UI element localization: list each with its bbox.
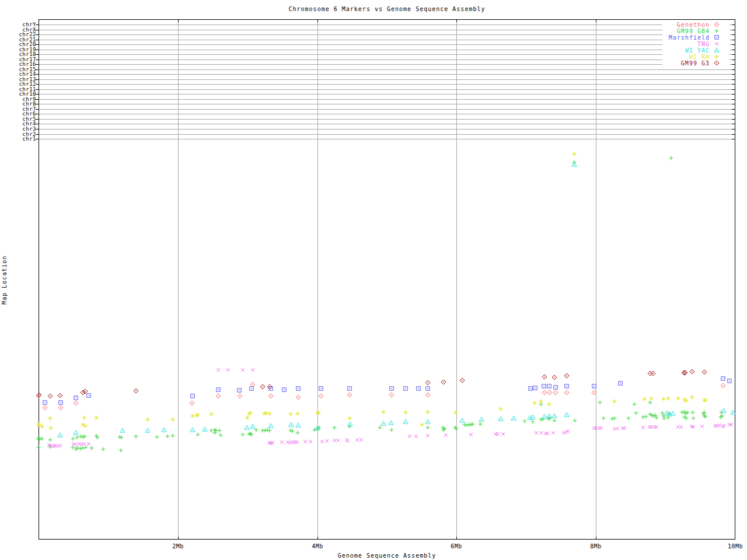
chr-axis-label-chr14: chr14: [1, 72, 36, 76]
legend-label-tng: TNG: [640, 41, 710, 47]
legend-marker-diamond-dot-icon: [713, 60, 721, 66]
legend-label-gm99-g3: GM99 G3: [640, 60, 710, 66]
x-tick-label-8Mb: 8Mb: [578, 543, 613, 550]
chr-axis-label-chr22: chr22: [1, 32, 36, 37]
legend-label-genethon: Genethon: [640, 22, 710, 28]
plot-area-border: [39, 19, 735, 540]
x-tick-label-2Mb: 2Mb: [160, 543, 196, 550]
chr-axis-label-chr16: chr16: [1, 62, 36, 66]
legend-label-marshfield: Marshfield: [640, 34, 710, 41]
chr-axis-label-chr18: chr18: [1, 52, 36, 57]
y-axis-label: Map Location: [1, 222, 9, 338]
chart-title: Chromosome 6 Markers vs Genome Sequence …: [39, 6, 735, 12]
legend-label-wi-yac: WI YAC: [640, 47, 710, 54]
legend-label-gm99-gb4: GM99 GB4: [640, 28, 710, 34]
x-tick-label-10Mb: 10Mb: [718, 543, 747, 550]
x-tick-label-4Mb: 4Mb: [300, 543, 335, 550]
legend-label-wi-rh: WI RH: [640, 54, 710, 60]
chr-axis-label-chr20: chr20: [1, 42, 36, 47]
chart-canvas: Chromosome 6 Markers vs Genome Sequence …: [0, 0, 747, 560]
x-axis-label: Genome Sequence Assembly: [39, 552, 735, 559]
chr-axis-label-chr3: chr3: [1, 127, 36, 131]
x-tick-label-6Mb: 6Mb: [439, 543, 474, 550]
chr-axis-label-chrY: chrY: [1, 22, 36, 27]
chr-axis-label-chr1: chr1: [1, 136, 36, 141]
